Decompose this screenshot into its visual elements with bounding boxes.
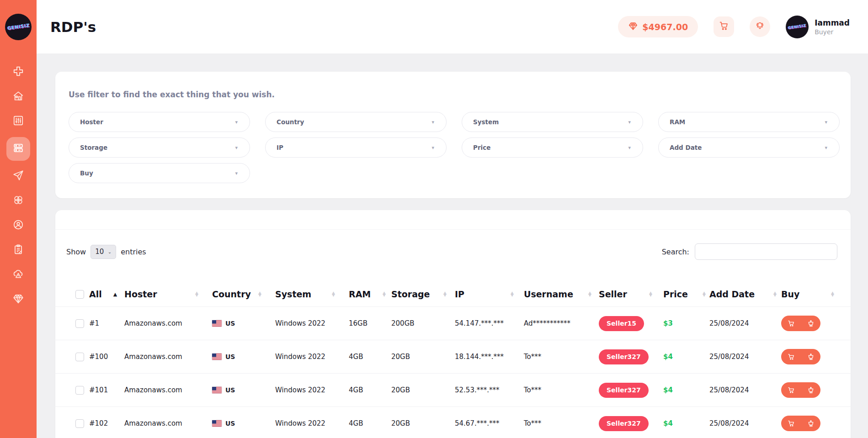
cell-username: Ad*********** [524, 319, 599, 327]
cell-add-date: 25/08/2024 [709, 419, 781, 427]
sort-icon[interactable]: ▲▼ [258, 292, 261, 296]
sort-icon[interactable]: ▲▼ [703, 292, 706, 296]
header-label: IP [455, 289, 464, 299]
seller-badge[interactable]: Seller327 [599, 349, 649, 364]
buy-actions [781, 349, 820, 364]
header-system[interactable]: System ▲▼ [275, 289, 349, 299]
add-to-cart-button[interactable] [781, 416, 801, 431]
servers-icon [12, 142, 24, 156]
cell-ram: 4GB [349, 353, 391, 361]
cell-system: Windows 2022 [275, 319, 349, 327]
cell-hoster: Amazonaws.com [124, 419, 212, 427]
sort-icon[interactable]: ▲▼ [332, 292, 335, 296]
filter-dropdown-ram[interactable]: RAM ▾ [658, 112, 840, 132]
row-id: #101 [89, 386, 108, 394]
buy-now-button[interactable] [801, 382, 820, 398]
table-controls: Show 10 ⌄ entries Search: [55, 230, 851, 260]
balance-pill[interactable]: $4967.00 [618, 16, 698, 37]
cell-seller: Seller327 [599, 383, 663, 398]
row-checkbox[interactable] [75, 419, 84, 428]
header-hoster[interactable]: Hoster ▲▼ [124, 289, 212, 299]
filter-dropdown-storage[interactable]: Storage ▾ [69, 137, 250, 158]
chevron-down-icon: ▾ [235, 119, 238, 125]
filter-dropdown-buy[interactable]: Buy ▾ [69, 163, 250, 183]
cell-system: Windows 2022 [275, 419, 349, 427]
cell-price: $4 [663, 353, 709, 361]
header-username[interactable]: Username ▲▼ [524, 289, 599, 299]
cell-select: #101 [75, 386, 124, 395]
chevron-down-icon: ▾ [825, 145, 827, 151]
sort-icon[interactable]: ▲▼ [773, 292, 777, 296]
header-country[interactable]: Country ▲▼ [212, 289, 275, 299]
header-storage[interactable]: Storage ▲▼ [391, 289, 455, 299]
brand-logo-circle: GENISIZ [5, 14, 32, 40]
sidebar-item-sliders[interactable] [6, 112, 30, 131]
header-price[interactable]: Price ▲▼ [663, 289, 709, 299]
sidebar-item-diamond[interactable] [6, 290, 30, 309]
filter-dropdown-ip[interactable]: IP ▾ [265, 137, 447, 158]
cloud-alert-icon [12, 268, 24, 282]
add-to-cart-button[interactable] [781, 316, 801, 331]
row-id: #100 [89, 353, 108, 361]
table-row: #100 Amazonaws.com US Windows 2022 4GB 2… [55, 340, 851, 373]
seller-badge[interactable]: Seller327 [599, 383, 649, 398]
header-seller[interactable]: Seller ▲▼ [599, 289, 663, 299]
seller-badge[interactable]: Seller327 [599, 416, 649, 431]
brand-logo[interactable]: GENISIZ [0, 0, 37, 53]
select-all-checkbox[interactable] [75, 290, 84, 299]
cell-username: To*** [524, 353, 599, 361]
sort-icon[interactable]: ▲▼ [649, 292, 652, 296]
sidebar-item-rdp-servers[interactable] [6, 137, 30, 161]
header-add-date[interactable]: Add Date ▲▼ [709, 289, 781, 299]
sidebar-item-globe-user[interactable] [6, 216, 30, 235]
sidebar-item-clover[interactable] [6, 192, 30, 210]
sort-icon[interactable]: ▲▼ [511, 292, 514, 296]
cell-buy [781, 416, 851, 431]
sidebar-item-clipboard[interactable] [6, 241, 30, 259]
page-size-select[interactable]: 10 ⌄ [91, 245, 116, 259]
table-card: Show 10 ⌄ entries Search: A [55, 210, 851, 438]
sidebar-item-home[interactable] [6, 88, 30, 106]
chevron-down-icon: ▾ [825, 119, 827, 125]
header-label: System [275, 289, 311, 299]
cell-add-date: 25/08/2024 [709, 386, 781, 394]
row-checkbox[interactable] [75, 353, 84, 361]
buy-now-button[interactable] [801, 416, 820, 431]
chevron-down-icon: ▾ [628, 145, 631, 151]
add-to-cart-button[interactable] [781, 382, 801, 398]
buy-now-button[interactable] [801, 349, 820, 364]
sidebar-item-cloud-alert[interactable] [6, 266, 30, 284]
notifications-button[interactable] [750, 16, 770, 37]
cart-button[interactable] [714, 16, 734, 37]
country-code: US [225, 320, 235, 327]
filter-dropdown-price[interactable]: Price ▾ [462, 137, 643, 158]
sidebar-item-send[interactable] [6, 167, 30, 185]
filter-dropdown-system[interactable]: System ▾ [462, 112, 643, 132]
sort-icon[interactable]: ▲▼ [195, 292, 198, 296]
user-name: Iammad [815, 18, 850, 28]
row-checkbox[interactable] [75, 386, 84, 395]
buy-now-button[interactable] [801, 316, 820, 331]
header-all-label: All [89, 289, 102, 299]
cell-storage: 200GB [391, 319, 455, 327]
filter-card: Use filter to find the exact thing that … [55, 72, 851, 198]
filter-label: RAM [670, 118, 685, 126]
seller-badge[interactable]: Seller15 [599, 316, 644, 331]
add-to-cart-button[interactable] [781, 349, 801, 364]
filter-dropdown-hoster[interactable]: Hoster ▾ [69, 112, 250, 132]
row-checkbox[interactable] [75, 319, 84, 328]
search-input[interactable] [695, 243, 837, 260]
sidebar-item-medical-plus[interactable] [6, 63, 30, 81]
sort-icon[interactable]: ▲▼ [588, 292, 591, 296]
header-ram[interactable]: RAM ▲▼ [349, 289, 391, 299]
filter-dropdown-country[interactable]: Country ▾ [265, 112, 447, 132]
sort-icon[interactable]: ▲▼ [383, 292, 386, 296]
header-ip[interactable]: IP ▲▼ [455, 289, 524, 299]
user-menu[interactable]: GENISIZ Iammad Buyer [786, 16, 850, 38]
sort-asc-indicator[interactable]: ▲ [113, 291, 117, 297]
sort-icon[interactable]: ▲▼ [831, 292, 834, 296]
cell-ram: 4GB [349, 386, 391, 394]
cell-price: $3 [663, 319, 709, 327]
sort-icon[interactable]: ▲▼ [443, 292, 447, 296]
filter-dropdown-add-date[interactable]: Add Date ▾ [658, 137, 840, 158]
